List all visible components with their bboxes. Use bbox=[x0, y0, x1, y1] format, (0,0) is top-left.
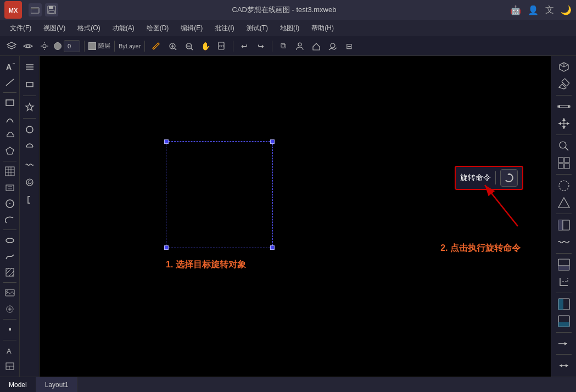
menu-view[interactable]: 视图(V) bbox=[38, 21, 71, 35]
move-icon[interactable] bbox=[555, 116, 573, 132]
ellipse-arc-tool[interactable] bbox=[2, 212, 18, 226]
menu-draw[interactable]: 绘图(D) bbox=[141, 21, 175, 35]
left-sep5 bbox=[3, 319, 16, 320]
insert-image-tool[interactable] bbox=[2, 286, 18, 300]
halfcircle-tool[interactable] bbox=[22, 139, 37, 155]
open-file-icon[interactable] bbox=[29, 3, 42, 16]
star-tool[interactable] bbox=[22, 99, 37, 115]
menu-test[interactable]: 测试(T) bbox=[241, 21, 273, 35]
svg-text:MX: MX bbox=[9, 7, 18, 14]
hatch-tool[interactable] bbox=[2, 265, 18, 279]
wave-icon[interactable] bbox=[555, 235, 573, 250]
translate-icon[interactable]: 文 bbox=[545, 4, 554, 16]
page-icon[interactable]: 497 bbox=[215, 39, 229, 53]
text-label-tool[interactable]: A bbox=[2, 344, 18, 357]
arc-tool[interactable] bbox=[2, 112, 18, 126]
right-tool-3[interactable] bbox=[555, 99, 573, 114]
menu-function[interactable]: 功能(A) bbox=[107, 21, 140, 35]
layers-icon[interactable] bbox=[4, 39, 19, 53]
circle3-tool[interactable] bbox=[22, 175, 37, 190]
bracket-tool[interactable] bbox=[22, 192, 37, 208]
rectangle2-tool[interactable] bbox=[22, 77, 37, 92]
selected-object bbox=[166, 141, 273, 248]
handle-bottom-left[interactable] bbox=[164, 245, 169, 250]
sun-icon[interactable] bbox=[37, 39, 52, 53]
layout-tool[interactable] bbox=[2, 360, 18, 373]
field-tool[interactable] bbox=[2, 181, 18, 194]
panel-left-icon[interactable] bbox=[555, 217, 573, 233]
left2-sep1 bbox=[23, 96, 36, 96]
tab-layout1[interactable]: Layout1 bbox=[36, 377, 78, 392]
redo-icon[interactable]: ↪ bbox=[254, 39, 268, 53]
circle-tool[interactable] bbox=[2, 197, 18, 210]
menu-file[interactable]: 文件(F) bbox=[4, 21, 37, 35]
svg-rect-59 bbox=[26, 82, 33, 87]
handle-top-left[interactable] bbox=[164, 139, 169, 144]
pencil-icon[interactable] bbox=[149, 39, 163, 53]
rotate-execute-button[interactable] bbox=[500, 169, 518, 187]
home-icon[interactable] bbox=[309, 39, 323, 53]
polygon-tool[interactable] bbox=[2, 144, 18, 158]
color-block[interactable] bbox=[88, 42, 96, 50]
menubar: 文件(F) 视图(V) 格式(O) 功能(A) 绘图(D) 编辑(E) 批注(I… bbox=[0, 20, 576, 36]
extra-icon[interactable]: ⊟ bbox=[342, 39, 356, 53]
user-icon[interactable]: 👤 bbox=[528, 5, 539, 15]
menu-map[interactable]: 地图(I) bbox=[275, 21, 305, 35]
ai-icon[interactable]: 🤖 bbox=[510, 5, 521, 15]
svg-point-23 bbox=[298, 43, 301, 46]
3d-box-icon[interactable] bbox=[555, 59, 573, 75]
rotate-popup-label: 旋转命令 bbox=[460, 173, 491, 183]
pan-icon[interactable]: ✋ bbox=[198, 39, 212, 53]
handle-bottom-right[interactable] bbox=[270, 245, 275, 250]
user-icon2[interactable] bbox=[293, 39, 307, 53]
triangle-icon[interactable] bbox=[555, 195, 573, 211]
properties-tool[interactable] bbox=[22, 59, 37, 75]
svg-rect-83 bbox=[564, 158, 569, 163]
zoom-extent-icon[interactable] bbox=[165, 39, 180, 53]
ellipse-tool[interactable] bbox=[2, 233, 18, 247]
grid-icon[interactable] bbox=[555, 156, 573, 171]
menu-help[interactable]: 帮助(H) bbox=[306, 21, 339, 35]
spline-tool[interactable] bbox=[2, 249, 18, 263]
zoom-window-icon[interactable] bbox=[555, 138, 573, 154]
panel-left2-icon[interactable] bbox=[555, 296, 573, 312]
svg-marker-77 bbox=[562, 126, 566, 129]
menu-annotation[interactable]: 批注(I) bbox=[209, 21, 239, 35]
svg-marker-76 bbox=[562, 118, 566, 121]
line-tool[interactable] bbox=[2, 75, 18, 89]
app-logo: MX bbox=[4, 1, 22, 19]
theme-icon[interactable]: 🌙 bbox=[561, 5, 572, 15]
text-tool[interactable]: A bbox=[2, 59, 18, 73]
map-icon[interactable] bbox=[326, 39, 340, 53]
zoom-out-icon[interactable] bbox=[182, 39, 196, 53]
layer-input[interactable] bbox=[64, 40, 80, 52]
double-arrow-icon[interactable] bbox=[555, 358, 573, 373]
tab-model[interactable]: Model bbox=[0, 377, 36, 392]
handle-top-right[interactable] bbox=[270, 139, 275, 144]
canvas-area[interactable]: 1. 选择目标旋转对象 旋转命令 2. 点击执行旋转命令 bbox=[40, 56, 551, 377]
table-tool[interactable] bbox=[2, 165, 18, 178]
rectangle-tool[interactable] bbox=[2, 96, 18, 110]
circle-select-icon[interactable] bbox=[555, 178, 573, 193]
panel-bottom2-icon[interactable] bbox=[555, 313, 573, 329]
insert-block-tool[interactable] bbox=[2, 302, 18, 316]
svg-rect-6 bbox=[49, 10, 54, 13]
arrow-right-icon[interactable] bbox=[555, 336, 573, 351]
toolbar2-separator2 bbox=[114, 41, 115, 52]
copy-icon[interactable]: ⧉ bbox=[276, 39, 290, 53]
dot-tool[interactable] bbox=[2, 323, 18, 337]
corner-icon[interactable] bbox=[555, 274, 573, 289]
undo-icon[interactable]: ↩ bbox=[237, 39, 251, 53]
cloud-tool[interactable] bbox=[2, 128, 18, 142]
wave-tool[interactable] bbox=[22, 157, 37, 172]
color-swatch[interactable] bbox=[54, 42, 61, 50]
erase-icon[interactable] bbox=[555, 77, 573, 92]
panel-bottom-icon[interactable] bbox=[555, 257, 573, 272]
circle2-tool[interactable] bbox=[22, 122, 37, 137]
save-icon[interactable] bbox=[45, 3, 58, 16]
svg-rect-95 bbox=[558, 299, 563, 310]
selection-box bbox=[166, 141, 273, 248]
eye-icon[interactable] bbox=[21, 39, 35, 53]
menu-edit[interactable]: 编辑(E) bbox=[175, 21, 208, 35]
menu-format[interactable]: 格式(O) bbox=[72, 21, 105, 35]
